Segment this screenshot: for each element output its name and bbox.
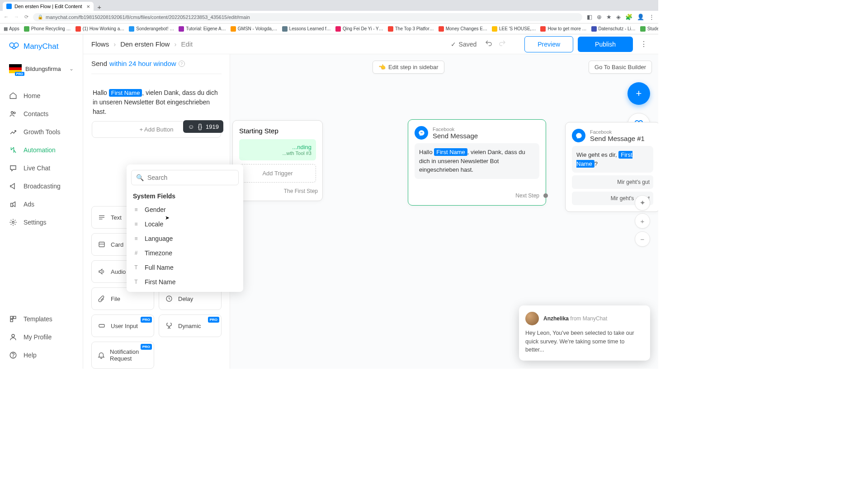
breadcrumb-flow-name[interactable]: Den ersten Flow [120,40,170,48]
delay-icon [165,294,174,303]
nav-settings[interactable]: Settings [0,213,83,231]
apps-icon[interactable]: ▦ Apps [4,26,19,31]
text-type-icon: T [133,264,139,271]
messenger-icon [572,129,585,142]
pro-badge: PRO [208,317,219,323]
block-user-input[interactable]: PROUser Input [91,314,154,337]
nav-live-chat[interactable]: Live Chat [0,159,83,177]
nav-growth-tools[interactable]: Growth Tools [0,123,83,141]
bookmark[interactable]: Money Changes E… [439,26,487,32]
bookmark[interactable]: Tutorial: Eigene A… [179,26,226,32]
svg-rect-4 [11,203,13,207]
breadcrumb-flows[interactable]: Flows [91,40,109,48]
bookmark[interactable]: Lessons Learned f… [282,26,331,32]
bookmark[interactable]: How to get more … [540,26,586,32]
back-icon[interactable]: ← [4,14,9,20]
bookmark[interactable]: Sonderangebot! … [129,26,174,32]
emoji-icon[interactable]: ☺ [188,123,194,130]
bookmark[interactable]: Datenschutz - Li… [591,26,636,32]
nav-profile[interactable]: My Profile [0,328,83,346]
info-icon[interactable]: ? [179,61,185,67]
add-step-fab[interactable]: + [627,82,650,105]
node-send-message[interactable]: Facebook Send Message Hallo First Name, … [408,119,546,206]
field-locale[interactable]: ≡Locale [127,217,243,231]
search-input[interactable] [147,174,234,181]
bookmark[interactable]: The Top 3 Platfor… [388,26,434,32]
svg-rect-6 [10,316,13,319]
new-tab-button[interactable]: + [97,3,101,11]
undo-button[interactable] [485,39,493,49]
message-editor[interactable]: Hallo First Name, vielen Dank, dass du d… [91,86,222,138]
field-full-name[interactable]: TFull Name [127,260,243,275]
field-gender[interactable]: ≡Gender [127,202,243,217]
bookmark[interactable]: GMSN - Vologda,… [231,26,278,32]
publish-button[interactable]: Publish [578,37,633,52]
block-notification[interactable]: PRONotification Request [91,342,154,369]
zoom-out-button[interactable]: − [635,231,650,247]
nav-broadcasting[interactable]: Broadcasting [0,177,83,195]
more-menu-button[interactable]: ⋮ [637,38,650,50]
block-dynamic[interactable]: PRODynamic [159,314,222,337]
goto-basic-builder-button[interactable]: Go To Basic Builder [589,61,652,74]
nav-templates[interactable]: Templates [0,310,83,328]
workspace-selector[interactable]: PRO Bildungsfirma ⌄ [5,61,77,77]
logo[interactable]: ManyChat [0,34,83,57]
field-timezone[interactable]: #Timezone [127,246,243,260]
add-button-row[interactable]: + Add Button ☺ {} 1919 [92,121,221,138]
node-title: Starting Step [239,127,316,135]
bookmark[interactable]: Qing Fei De Yi - Y… [335,26,383,32]
bookmark[interactable]: Student Wants an… [640,26,658,32]
reload-icon[interactable]: ⟳ [24,14,28,20]
nav-home[interactable]: Home [0,87,83,105]
reset-zoom-button[interactable]: ✦ [635,195,650,211]
automation-icon [9,146,17,154]
bookmark[interactable]: Phone Recycling … [24,26,71,32]
extension-icon[interactable]: ⊕ [597,14,602,20]
forward-icon[interactable]: → [14,14,19,20]
popup-search[interactable]: 🔍 [131,170,239,185]
audio-icon [97,267,106,276]
url-bar[interactable]: 🔒 manychat.com/fb198150208192061/8/cms/f… [33,13,582,21]
variable-chip: First Name [434,148,467,156]
tab-close-icon[interactable]: × [87,3,90,10]
bookmark[interactable]: LEE 'S HOUSE,… [492,26,536,32]
extension-icon[interactable]: ★ [606,14,612,20]
quick-reply[interactable]: Mir geht's gut [572,175,653,189]
extension-icon[interactable]: 🧩 [625,14,632,20]
variable-icon[interactable]: {} [198,123,202,130]
field-language[interactable]: ≡Language [127,231,243,246]
chat-widget[interactable]: Anzhelika from ManyChat Hey Leon, You've… [519,305,650,361]
pro-badge: PRO [15,72,24,76]
nav-contacts[interactable]: Contacts [0,105,83,123]
redo-button[interactable] [498,39,506,49]
variable-chip[interactable]: First Name [109,89,142,97]
profile-icon[interactable]: 👤 [637,14,644,20]
nav-automation[interactable]: Automation [0,141,83,159]
browser-tab-strip: Den ersten Flow | Edit Content × + [0,0,658,11]
zoom-in-button[interactable]: + [635,213,650,229]
browser-tab[interactable]: Den ersten Flow | Edit Content × [3,2,94,11]
nav-ads[interactable]: Ads [0,195,83,213]
menu-icon[interactable]: ⋮ [649,14,655,20]
preview-button[interactable]: Preview [524,36,573,52]
node-starting-step[interactable]: Starting Step ...nding ...wth Tool #3 Ad… [232,120,323,201]
main-nav: Home Contacts Growth Tools Automation Li… [0,80,83,310]
nav-help[interactable]: Help [0,346,83,364]
svg-rect-15 [99,242,104,247]
extension-icon[interactable]: ◧ [587,14,592,20]
node-message-preview: Wie geht es dir, First Name? [572,146,653,173]
trigger-row[interactable]: ...nding ...wth Tool #3 [239,139,316,160]
svg-point-5 [12,221,14,224]
bottom-nav: Templates My Profile Help [0,310,83,369]
add-trigger-button[interactable]: Add Trigger [239,164,316,183]
variable-picker-popup: 🔍 System Fields ≡Gender ≡Locale ≡Languag… [127,164,243,292]
field-first-name[interactable]: TFirst Name [127,275,243,289]
manychat-logo-icon [8,41,20,52]
port-label: The First Step [239,188,318,194]
output-port[interactable] [543,193,548,198]
message-text[interactable]: Hallo First Name, vielen Dank, dass du d… [92,86,221,118]
bookmark[interactable]: (1) How Working a… [75,26,125,32]
broadcast-icon [9,182,17,190]
edit-in-sidebar-button[interactable]: 👈 Edit step in sidebar [373,61,444,74]
extension-icon[interactable]: ◈ [616,14,621,20]
